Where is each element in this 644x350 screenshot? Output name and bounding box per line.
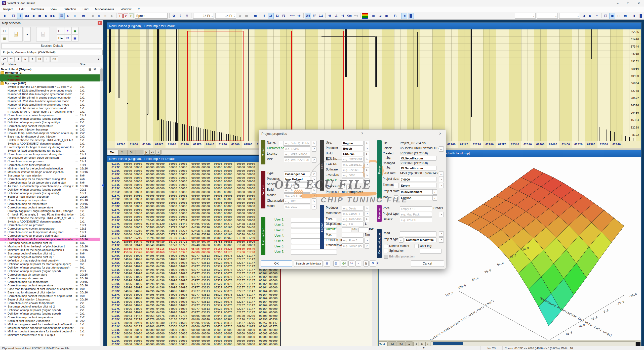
tree-map-item[interactable]: ✳Begin of main injection basemap▦20x16 bbox=[0, 195, 100, 198]
vehicle-input[interactable] bbox=[284, 177, 310, 182]
tree-map-item[interactable]: ✳Correction curve air temperature during… bbox=[0, 152, 100, 156]
nav-button[interactable]: << bbox=[149, 150, 155, 155]
reseller-project-type-input[interactable] bbox=[400, 212, 432, 217]
session-button[interactable]: Session: Default bbox=[2, 43, 102, 49]
tree-hexdump-1[interactable]: Hexdump bbox=[0, 78, 100, 81]
mail-icon[interactable]: ✉ bbox=[64, 34, 71, 41]
vehicle-input[interactable] bbox=[284, 171, 310, 176]
tree-map-item[interactable]: ✳Definition of map setpoints (engine spe… bbox=[0, 312, 100, 315]
tree-map-item[interactable]: Number of 8bit stimuli in engine syncron… bbox=[0, 96, 100, 99]
map-wizard-icon[interactable]: ◪ bbox=[377, 13, 383, 19]
gear-icon[interactable]: ⚙ bbox=[171, 13, 177, 19]
menu-selection[interactable]: Selection bbox=[60, 7, 79, 12]
field-more-button[interactable]: > bbox=[439, 177, 444, 182]
window-fill-icon[interactable]: ▉ bbox=[408, 13, 414, 19]
tree-map-item[interactable]: ✳Correction map air pressure▦20x16 bbox=[0, 277, 100, 280]
tree-column-header[interactable]: M. Name Size bbox=[0, 63, 103, 68]
tree-map-item[interactable]: ✳Begin of pilot injection 1 basemap▦20x1… bbox=[0, 298, 100, 301]
tree-map-item[interactable]: Switch to ADD(1)/SUB(0) dynamic quantity… bbox=[0, 142, 100, 145]
field-more-button[interactable]: > bbox=[365, 211, 369, 216]
panel-close-icon[interactable]: x bbox=[98, 21, 102, 25]
nav-button[interactable]: < bbox=[156, 150, 160, 155]
tree-scrollbar[interactable] bbox=[100, 67, 103, 346]
field-more-button[interactable]: > bbox=[365, 206, 369, 211]
tree-map-item[interactable]: ✳Definition of map setpoints for start (… bbox=[0, 262, 100, 266]
tree-map-item[interactable]: ✳Maximum limit for the begin of main inj… bbox=[0, 170, 100, 174]
engine-input[interactable] bbox=[342, 238, 364, 243]
find-prev-icon[interactable]: ◀ bbox=[89, 13, 95, 19]
usertag-checkbox[interactable] bbox=[415, 244, 419, 248]
field-more-button[interactable]: > bbox=[439, 212, 444, 217]
vehicle-input[interactable] bbox=[284, 199, 310, 204]
layout4-icon[interactable]: ▤ bbox=[622, 13, 628, 19]
root-list-icon[interactable]: ▤ bbox=[89, 67, 91, 71]
filter-button-4[interactable]: ⚑ bbox=[29, 56, 36, 62]
field-more-button[interactable]: > bbox=[365, 146, 369, 151]
tree-map-item[interactable]: Number of 32bit stimuli in time syncrono… bbox=[0, 99, 100, 103]
last-icon[interactable]: ▶▶ bbox=[50, 13, 56, 19]
tree-map-item[interactable]: ✳Correction curve air pressure during st… bbox=[0, 234, 100, 237]
tree-map-item[interactable]: ✳Definition of map setpoints for start (… bbox=[0, 266, 100, 269]
output-kw-input[interactable] bbox=[358, 227, 368, 232]
field-more-button[interactable]: > bbox=[312, 199, 316, 204]
binoculars-icon[interactable]: ∞ bbox=[96, 13, 102, 19]
menu-view[interactable]: View bbox=[47, 7, 60, 12]
clipboard-icon[interactable]: ▤ bbox=[80, 13, 87, 19]
splitter-collapse-icon[interactable] bbox=[102, 184, 104, 187]
engine-input[interactable] bbox=[342, 211, 364, 216]
tree-folder-hexdump[interactable]: Hexdump (2) bbox=[0, 71, 100, 74]
import-gray-icon[interactable]: ⌸ bbox=[36, 27, 50, 41]
field-more-button[interactable]: > bbox=[312, 171, 316, 177]
tree-map-item[interactable]: ✳Definition of map setpoints (fuel quant… bbox=[0, 191, 100, 195]
vehicle-input[interactable] bbox=[284, 193, 310, 198]
tree-map-item[interactable]: ✳Definition of map setpoints (engine spe… bbox=[0, 117, 100, 120]
doc-plus-icon[interactable]: 🗋▸ bbox=[57, 34, 64, 41]
noread-checkbox[interactable] bbox=[384, 244, 388, 248]
menu-window[interactable]: Window bbox=[117, 7, 135, 12]
dialog-title-bar[interactable]: Project properties ? ✕ bbox=[259, 130, 446, 137]
dock-icon[interactable]: ⇥ bbox=[401, 13, 407, 19]
bits16-icon[interactable]: 16 bbox=[268, 13, 274, 19]
tree-map-item[interactable]: Number of 16bit stimuli in engine syncro… bbox=[0, 92, 100, 96]
ecu-input[interactable] bbox=[342, 146, 364, 151]
byteorder-icon[interactable]: LOHI bbox=[290, 13, 296, 19]
field-more-button[interactable]: > bbox=[312, 177, 316, 182]
context-help-icon[interactable]: ⍰ bbox=[184, 13, 190, 19]
find-next-icon[interactable]: ▶ bbox=[109, 13, 115, 19]
open-folder-icon[interactable]: ⌸ bbox=[9, 27, 23, 41]
hexview-icon[interactable]: ▦ bbox=[252, 13, 258, 19]
customer-no-input[interactable] bbox=[284, 146, 310, 151]
spinner-disabled-1[interactable] bbox=[515, 13, 536, 19]
menu-hardware[interactable]: Hardware bbox=[28, 7, 47, 12]
hexdump-graph-title[interactable]: New Holland (Original), , Hexdump * for … bbox=[107, 23, 641, 29]
sum-more-button[interactable]: ... bbox=[439, 171, 444, 177]
f-icon[interactable]: F bbox=[118, 14, 123, 18]
licence-input[interactable] bbox=[284, 152, 310, 157]
menu-find[interactable]: Find bbox=[79, 7, 92, 12]
maximize-button[interactable]: □ bbox=[623, 0, 633, 7]
tree-map-item[interactable]: ✳Correction map coolant temperature▦20x1… bbox=[0, 206, 100, 209]
tree-map-item[interactable]: ✳Air pressure correction curve during st… bbox=[0, 156, 100, 159]
tree-map-item[interactable]: ✳Minimum engine speed for transient begi… bbox=[0, 323, 100, 326]
tree-map-item[interactable]: ✳Correction map for air temperature duri… bbox=[0, 177, 100, 181]
nav-right-icon[interactable]: ▶ bbox=[587, 13, 593, 19]
field-more-button[interactable]: > bbox=[365, 243, 369, 249]
tree-map-item[interactable]: Switch to choose the air temp. TRUE-eats… bbox=[0, 216, 100, 220]
tree-map-item[interactable]: ✳Correction map for air temperature duri… bbox=[0, 181, 100, 184]
engine-input[interactable] bbox=[342, 222, 364, 227]
tree-map-item[interactable]: ✳Air temp. & coolant temp. correction ma… bbox=[0, 184, 100, 188]
layout2-icon[interactable]: ▣ bbox=[609, 13, 615, 19]
paragraph-button[interactable]: § bbox=[364, 260, 369, 267]
horizontal-scrollbar[interactable] bbox=[431, 341, 635, 346]
elements-more-button[interactable]: ... bbox=[394, 183, 398, 188]
tree-map-item[interactable]: Number of 16bit stimuli in time syncrono… bbox=[0, 103, 100, 106]
ecu-input[interactable] bbox=[342, 162, 364, 167]
filter-button-2[interactable]: A bbox=[15, 56, 22, 62]
tree-map-item[interactable]: 0 = begin P1 as angle, 1 = end P1 as tim… bbox=[0, 213, 100, 216]
usertag-input[interactable] bbox=[420, 249, 441, 254]
wizard-icon[interactable]: ✦ bbox=[64, 27, 71, 34]
ecu-input[interactable] bbox=[342, 173, 364, 178]
filter-button-3[interactable]: i▾ bbox=[22, 56, 29, 62]
factor-icon[interactable]: *1 bbox=[340, 13, 346, 19]
projects-versions-maps-combo[interactable]: Projects, Versions & Maps: (Ctrl+Shift+F… bbox=[1, 50, 103, 55]
